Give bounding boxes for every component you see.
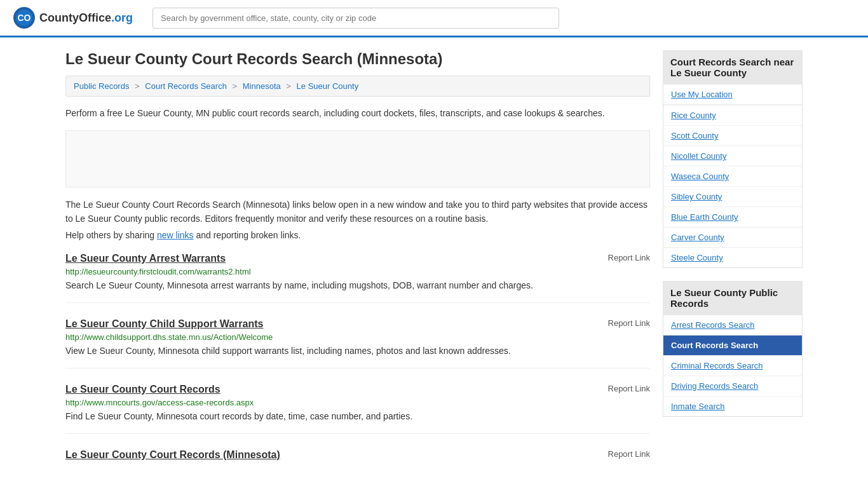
logo-icon: CO [13,6,36,29]
nearby-county-item[interactable]: Carver County [663,227,802,248]
search-bar[interactable] [153,8,559,29]
report-link[interactable]: Report Link [608,253,650,262]
nearby-county-item[interactable]: Waseca County [663,166,802,187]
public-record-item[interactable]: Court Records Search [663,336,802,356]
breadcrumb-link-court-records[interactable]: Court Records Search [145,81,227,91]
breadcrumb: Public Records > Court Records Search > … [65,76,650,97]
nearby-county-link[interactable]: Steele County [663,248,802,268]
record-title[interactable]: Le Sueur County Court Records [65,384,220,395]
help-text: Help others by sharing new links and rep… [65,230,650,240]
record-header: Le Sueur County Arrest Warrants Report L… [65,253,650,264]
record-url[interactable]: http://www.childsupport.dhs.state.mn.us/… [65,332,650,342]
breadcrumb-link-le-sueur[interactable]: Le Sueur County [297,81,359,91]
record-header: Le Sueur County Court Records (Minnesota… [65,449,650,461]
nearby-section: Court Records Search near Le Sueur Count… [663,50,803,268]
page-title: Le Sueur County Court Records Search (Mi… [65,50,650,68]
nearby-county-link[interactable]: Sibley County [663,187,802,207]
nearby-county-link[interactable]: Carver County [663,227,802,247]
public-record-item[interactable]: Arrest Records Search [663,315,802,336]
public-records-section: Le Sueur County Public Records Arrest Re… [663,281,803,417]
nearby-county-link[interactable]: Nicollet County [663,146,802,166]
nearby-county-list: Use My Location Rice CountyScott CountyN… [663,85,803,268]
logo-area: CO CountyOffice.org [13,6,140,29]
public-record-item[interactable]: Inmate Search [663,396,802,416]
main-container: Le Sueur County Court Records Search (Mi… [53,37,815,488]
info-text: The Le Sueur County Court Records Search… [65,198,650,226]
header: CO CountyOffice.org [0,0,868,37]
help-prefix: Help others by sharing [65,230,157,240]
record-url[interactable]: http://lesueurcounty.firstcloudit.com/wa… [65,267,650,276]
use-location-item[interactable]: Use My Location [663,85,802,105]
record-url[interactable]: http://www.mncourts.gov/access-case-reco… [65,398,650,407]
new-links-link[interactable]: new links [157,230,194,240]
breadcrumb-separator: > [135,81,140,91]
record-entry: Le Sueur County Child Support Warrants R… [65,318,650,369]
nearby-county-item[interactable]: Steele County [663,248,802,268]
public-record-link[interactable]: Criminal Records Search [663,356,802,376]
logo-text: CountyOffice.org [39,11,133,25]
nearby-county-item[interactable]: Blue Earth County [663,207,802,227]
ad-area [65,130,650,187]
record-title[interactable]: Le Sueur County Court Records (Minnesota… [65,449,280,461]
nearby-county-link[interactable]: Rice County [663,105,802,125]
record-title[interactable]: Le Sueur County Arrest Warrants [65,253,226,264]
breadcrumb-separator-3: > [286,81,291,91]
nearby-county-link[interactable]: Blue Earth County [663,207,802,227]
sidebar: Court Records Search near Le Sueur Count… [663,50,803,488]
public-records-header: Le Sueur County Public Records [663,281,803,315]
public-record-item[interactable]: Criminal Records Search [663,356,802,376]
report-link[interactable]: Report Link [608,384,650,393]
nearby-county-link[interactable]: Waseca County [663,166,802,186]
page-description: Perform a free Le Sueur County, MN publi… [65,107,650,120]
content-area: Le Sueur County Court Records Search (Mi… [65,50,650,488]
nearby-county-item[interactable]: Sibley County [663,187,802,207]
public-record-link[interactable]: Court Records Search [663,336,802,355]
public-record-link[interactable]: Arrest Records Search [663,315,802,335]
nearby-county-item[interactable]: Rice County [663,105,802,126]
record-entry: Le Sueur County Court Records Report Lin… [65,384,650,434]
public-records-list: Arrest Records SearchCourt Records Searc… [663,315,803,417]
record-entry: Le Sueur County Court Records (Minnesota… [65,449,650,473]
record-description: View Le Sueur County, Minnesota child su… [65,344,650,358]
nearby-county-item[interactable]: Nicollet County [663,146,802,166]
nearby-section-header: Court Records Search near Le Sueur Count… [663,50,803,85]
record-description: Search Le Sueur County, Minnesota arrest… [65,279,650,292]
nearby-county-link[interactable]: Scott County [663,126,802,146]
record-header: Le Sueur County Court Records Report Lin… [65,384,650,395]
public-record-link[interactable]: Driving Records Search [663,376,802,396]
record-description: Find Le Sueur County, Minnesota court re… [65,410,650,423]
search-input[interactable] [153,8,559,29]
report-link[interactable]: Report Link [608,318,650,328]
record-entry: Le Sueur County Arrest Warrants Report L… [65,253,650,303]
nearby-county-item[interactable]: Scott County [663,126,802,146]
record-title[interactable]: Le Sueur County Child Support Warrants [65,318,263,330]
help-suffix: and reporting broken links. [194,230,301,240]
use-location-link[interactable]: Use My Location [663,85,802,105]
public-record-item[interactable]: Driving Records Search [663,376,802,396]
record-header: Le Sueur County Child Support Warrants R… [65,318,650,330]
breadcrumb-link-public-records[interactable]: Public Records [74,81,129,91]
breadcrumb-link-minnesota[interactable]: Minnesota [243,81,281,91]
records-container: Le Sueur County Arrest Warrants Report L… [65,253,650,473]
breadcrumb-separator-2: > [233,81,238,91]
report-link[interactable]: Report Link [608,449,650,459]
svg-text:CO: CO [18,13,31,23]
public-record-link[interactable]: Inmate Search [663,396,802,416]
